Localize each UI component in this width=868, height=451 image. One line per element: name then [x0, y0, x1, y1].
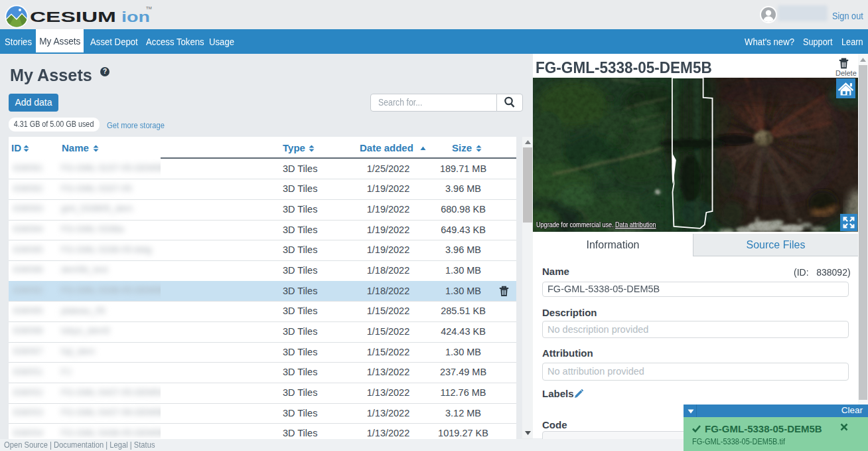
- svg-text:ion: ion: [121, 9, 150, 25]
- svg-text:TM: TM: [146, 6, 152, 10]
- svg-text:CESIUM: CESIUM: [30, 8, 116, 25]
- svg-text:Upgrade for commercial use.: Upgrade for commercial use.: [536, 221, 614, 228]
- svg-text:Data attribution: Data attribution: [615, 221, 656, 228]
